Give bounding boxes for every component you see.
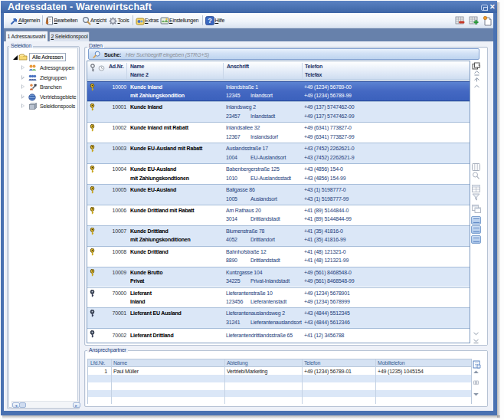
svg-text:?: ? xyxy=(208,17,212,25)
